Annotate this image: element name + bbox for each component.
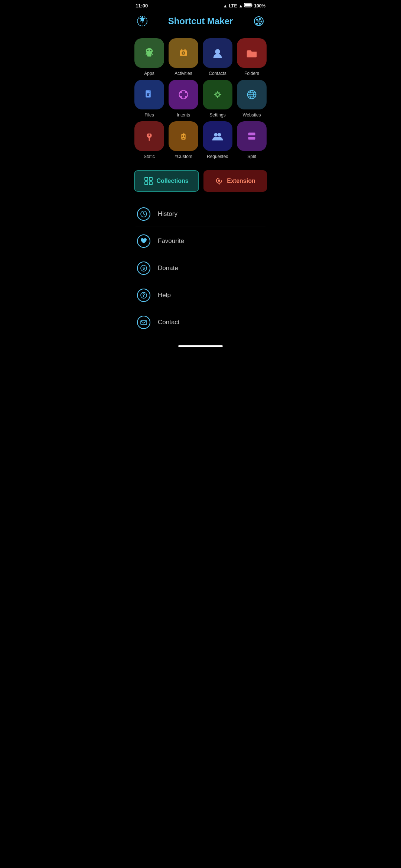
- grid-item-intents[interactable]: Intents: [168, 80, 199, 118]
- badge-alert-icon[interactable]: !: [136, 14, 149, 28]
- svg-rect-47: [248, 133, 255, 136]
- help-label: Help: [158, 292, 171, 299]
- svg-point-16: [147, 50, 149, 51]
- app-title: Shortcut Maker: [149, 16, 252, 26]
- apps-label: Apps: [144, 71, 154, 76]
- svg-point-41: [149, 134, 150, 136]
- touch-icon: [215, 177, 223, 185]
- svg-rect-1: [245, 4, 251, 7]
- grid-item-settings[interactable]: Settings: [202, 80, 233, 118]
- activities-label: Activities: [175, 71, 192, 76]
- battery-icon: [244, 3, 252, 9]
- svg-line-15: [151, 53, 153, 55]
- heart-icon: [137, 234, 150, 248]
- contact-label: Contact: [158, 319, 180, 326]
- app-header: ! Shortcut Maker: [128, 10, 273, 31]
- svg-rect-19: [181, 49, 182, 52]
- status-time: 11:00: [136, 3, 148, 9]
- svg-point-44: [184, 135, 185, 137]
- palette-icon[interactable]: [252, 14, 265, 28]
- intents-label: Intents: [177, 112, 190, 118]
- grid-item-contacts[interactable]: Contacts: [202, 38, 233, 76]
- grid-item-files[interactable]: Files: [134, 80, 164, 118]
- svg-rect-42: [181, 134, 185, 139]
- grid-icon: [144, 177, 153, 185]
- svg-rect-50: [149, 177, 152, 180]
- extension-button[interactable]: Extension: [203, 170, 267, 192]
- svg-text:!: !: [141, 19, 143, 24]
- help-icon: ?: [137, 289, 150, 302]
- grid-item-requested[interactable]: Requested: [202, 121, 233, 159]
- home-bar: [178, 345, 223, 347]
- split-label: Split: [247, 154, 256, 159]
- extension-label: Extension: [227, 178, 255, 184]
- wifi-icon: ▲: [223, 3, 228, 9]
- svg-point-31: [185, 91, 187, 93]
- mail-icon: [137, 316, 150, 329]
- menu-item-history[interactable]: History: [136, 201, 265, 227]
- grid-item-websites[interactable]: Websites: [237, 80, 267, 118]
- svg-point-8: [261, 21, 263, 23]
- collections-button[interactable]: Collections: [134, 170, 199, 192]
- svg-rect-48: [248, 137, 255, 140]
- folders-label: Folders: [244, 71, 259, 76]
- menu-item-favourite[interactable]: Favourite: [136, 228, 265, 254]
- svg-point-10: [256, 23, 258, 25]
- requested-label: Requested: [207, 154, 228, 159]
- requested-icon-box: [203, 121, 232, 151]
- grid-item-activities[interactable]: Activities: [168, 38, 199, 76]
- split-icon-box: [237, 121, 267, 151]
- grid-item-split[interactable]: Split: [237, 121, 267, 159]
- icon-grid: Apps Activities Contacts: [128, 31, 273, 163]
- activities-icon-box: [169, 38, 198, 68]
- static-icon-box: [134, 121, 164, 151]
- svg-point-32: [180, 96, 182, 98]
- status-right: ▲ LTE ▲ 100%: [223, 3, 265, 9]
- apps-icon-box: [134, 38, 164, 68]
- action-buttons: Collections Extension: [128, 163, 273, 195]
- svg-point-46: [218, 133, 221, 137]
- static-label: Static: [144, 154, 155, 159]
- svg-point-11: [257, 20, 260, 23]
- contacts-icon-box: [203, 38, 232, 68]
- svg-rect-52: [149, 182, 152, 185]
- svg-point-33: [185, 96, 187, 98]
- svg-rect-20: [185, 49, 186, 52]
- svg-rect-28: [147, 95, 149, 96]
- svg-rect-2: [252, 4, 252, 6]
- clock-icon: [137, 207, 150, 221]
- favourite-label: Favourite: [158, 237, 184, 245]
- folders-icon-box: [237, 38, 267, 68]
- grid-item-folders[interactable]: Folders: [237, 38, 267, 76]
- grid-item-custom[interactable]: #Custom: [168, 121, 199, 159]
- svg-rect-13: [147, 53, 151, 57]
- svg-rect-49: [145, 177, 148, 180]
- status-bar: 11:00 ▲ LTE ▲ 100%: [128, 0, 273, 10]
- lte-label: LTE: [229, 3, 237, 9]
- files-icon-box: [134, 80, 164, 109]
- svg-point-43: [182, 135, 183, 137]
- dollar-icon: $: [137, 262, 150, 275]
- settings-icon-box: [203, 80, 232, 109]
- svg-point-53: [218, 180, 220, 182]
- files-label: Files: [144, 112, 154, 118]
- svg-line-14: [146, 53, 147, 55]
- history-label: History: [158, 210, 177, 218]
- collections-label: Collections: [156, 178, 188, 184]
- contacts-label: Contacts: [209, 71, 226, 76]
- svg-point-17: [150, 50, 151, 51]
- websites-icon-box: [237, 80, 267, 109]
- menu-item-contact[interactable]: Contact: [136, 310, 265, 335]
- grid-item-apps[interactable]: Apps: [134, 38, 164, 76]
- svg-rect-26: [147, 93, 150, 93]
- settings-label: Settings: [209, 112, 225, 118]
- grid-item-static[interactable]: Static: [134, 121, 164, 159]
- svg-text:$: $: [143, 266, 145, 270]
- svg-text:?: ?: [142, 293, 145, 298]
- menu-item-donate[interactable]: $ Donate: [136, 256, 265, 281]
- custom-icon-box: [169, 121, 198, 151]
- signal-icon: ▲: [238, 3, 243, 9]
- svg-point-30: [180, 91, 182, 93]
- menu-item-help[interactable]: ? Help: [136, 283, 265, 308]
- svg-point-23: [215, 49, 220, 54]
